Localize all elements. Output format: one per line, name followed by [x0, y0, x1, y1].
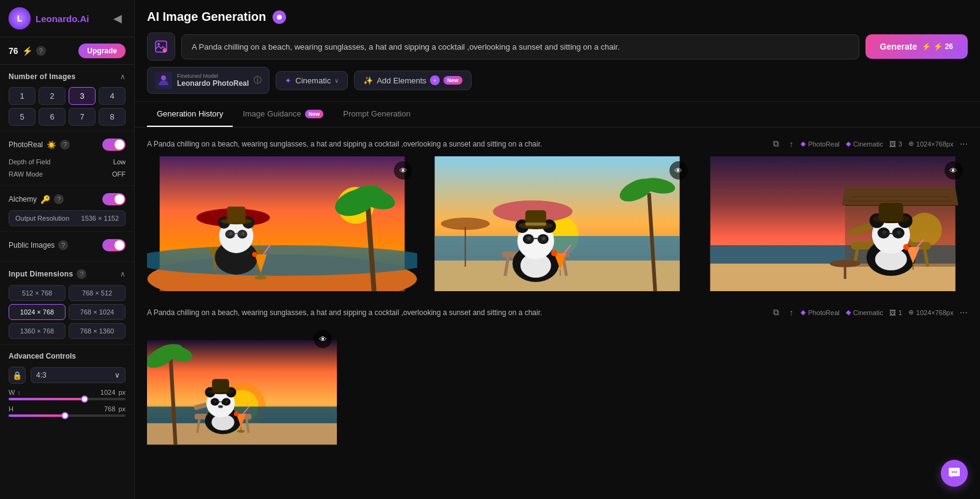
dim-768x1024[interactable]: 768 × 1024 — [69, 304, 126, 320]
meta-dimensions-2: ⊕ 1024×768px — [908, 308, 954, 316]
dim-768x1360[interactable]: 768 × 1360 — [69, 323, 126, 339]
model-info: Finetuned Model Leonardo PhotoReal — [177, 73, 249, 88]
upload-button-2[interactable]: ↑ — [786, 307, 796, 319]
link-icon: ↕ — [17, 389, 20, 396]
svg-point-34 — [252, 252, 257, 257]
aspect-ratio-select[interactable]: 4:3 ∨ — [31, 367, 126, 383]
more-options-button-1[interactable]: ··· — [960, 139, 968, 150]
number-of-images-collapse[interactable]: ∧ — [120, 72, 126, 81]
height-slider[interactable] — [9, 414, 126, 417]
svg-point-2 — [277, 15, 282, 20]
meta-style-2: ◆ Cinematic — [846, 308, 883, 316]
generate-label: Generate — [880, 42, 918, 51]
style-label: Cinematic — [295, 76, 331, 85]
beta-badge — [273, 10, 286, 24]
chevron-down-icon: ∨ — [115, 371, 120, 379]
svg-point-142 — [956, 471, 957, 473]
alchemy-help-icon[interactable]: ? — [54, 194, 64, 204]
upload-button-1[interactable]: ↑ — [786, 138, 796, 150]
add-elements-button[interactable]: ✨ Add Elements + New — [354, 70, 471, 90]
image-card-1-1[interactable]: 👁 — [147, 156, 417, 291]
alchemy-toggle[interactable] — [102, 193, 126, 205]
tab-prompt-generation[interactable]: Prompt Generation — [333, 102, 420, 127]
gen-prompt-text-2: A Panda chilling on a beach, wearing sun… — [147, 308, 766, 317]
sidebar: L Leonardo.Ai ◀ 76 ⚡ ? Upgrade Number of… — [0, 0, 135, 499]
num-btn-2[interactable]: 2 — [39, 87, 66, 105]
style-selector[interactable]: ✦ Cinematic ∨ — [276, 71, 348, 90]
width-slider[interactable] — [9, 398, 126, 400]
height-value-display: 768 px — [104, 405, 126, 413]
lock-aspect-ratio-button[interactable]: 🔒 — [9, 367, 26, 384]
more-options-button-2[interactable]: ··· — [960, 307, 968, 318]
copy-prompt-button-1[interactable]: ⧉ — [771, 137, 782, 150]
dim-1024x768[interactable]: 1024 × 768 — [9, 304, 66, 320]
svg-point-140 — [952, 471, 953, 473]
dim-768x512[interactable]: 768 × 512 — [69, 285, 126, 301]
dim-1360x768[interactable]: 1360 × 768 — [9, 323, 66, 339]
output-res-value: 1536 × 1152 — [81, 215, 119, 222]
output-resolution-box: Output Resolution 1536 × 1152 — [9, 210, 126, 226]
credits-help-icon[interactable]: ? — [36, 46, 46, 56]
height-slider-row: H 768 px — [9, 405, 126, 417]
svg-rect-96 — [878, 203, 903, 221]
gen-prompt-row-2: A Panda chilling on a beach, wearing sun… — [147, 306, 968, 319]
view-image-button-1-3[interactable]: 👁 — [944, 161, 963, 180]
svg-point-135 — [234, 411, 239, 416]
public-images-label: Public Images ? — [9, 240, 68, 250]
tab-generation-history[interactable]: Generation History — [147, 102, 233, 127]
page-title-row: AI Image Generation — [147, 10, 968, 24]
elements-label: Add Elements — [377, 76, 426, 85]
dim-512x768[interactable]: 512 × 768 — [9, 285, 66, 301]
images-meta-icon: 🖼 — [889, 140, 896, 148]
num-btn-5[interactable]: 5 — [9, 108, 36, 126]
model-selector[interactable]: Finetuned Model Leonardo PhotoReal ⓘ — [147, 67, 270, 94]
prompt-image-button[interactable]: + — [147, 32, 175, 61]
logo-text: Leonardo.Ai — [36, 13, 89, 24]
public-images-help-icon[interactable]: ? — [58, 240, 68, 250]
public-images-toggle[interactable] — [102, 239, 126, 251]
upgrade-button[interactable]: Upgrade — [78, 44, 126, 58]
image-guidance-new-badge: New — [305, 110, 324, 118]
num-btn-4[interactable]: 4 — [99, 87, 126, 105]
num-btn-1[interactable]: 1 — [9, 87, 36, 105]
gen-meta-2: ◆ PhotoReal ◆ Cinematic 🖼 1 ⊕ 1024×768px — [801, 307, 968, 318]
input-dim-help-icon[interactable]: ? — [77, 269, 86, 279]
width-label: W ↕ — [9, 389, 20, 396]
generation-block-2: A Panda chilling on a beach, wearing sun… — [147, 306, 968, 460]
images-meta-icon-2: 🖼 — [889, 309, 896, 316]
view-image-button-1-2[interactable]: 👁 — [669, 161, 688, 180]
input-dimensions-collapse[interactable]: ∧ — [120, 270, 126, 278]
copy-prompt-button-2[interactable]: ⧉ — [771, 306, 782, 319]
image-card-1-2[interactable]: 👁 — [422, 156, 692, 291]
sparkle-icon: ✨ — [363, 76, 373, 85]
image-card-1-3[interactable]: 👁 — [698, 156, 968, 291]
photoreal-toggle[interactable] — [102, 139, 126, 151]
generate-button[interactable]: Generate ⚡ ⚡ 26 — [865, 34, 968, 59]
collapse-sidebar-button[interactable]: ◀ — [110, 10, 126, 26]
model-info-button[interactable]: ⓘ — [254, 75, 262, 86]
photoreal-help-icon[interactable]: ? — [60, 140, 70, 150]
meta-style-1: ◆ Cinematic — [846, 140, 883, 148]
num-btn-3[interactable]: 3 — [69, 87, 96, 105]
image-card-2-1[interactable]: 👁 — [147, 325, 337, 460]
main-content: AI Image Generation + Generate ⚡ — [135, 0, 980, 499]
view-image-button-2-1[interactable]: 👁 — [314, 330, 332, 348]
model-thumbnail — [155, 72, 172, 89]
raw-mode-value: OFF — [112, 170, 126, 178]
images-grid-1: 👁 — [147, 156, 968, 291]
svg-point-4 — [157, 43, 160, 45]
svg-point-33 — [255, 276, 267, 280]
tab-image-guidance[interactable]: Image Guidance New — [233, 102, 333, 127]
svg-rect-27 — [238, 231, 247, 237]
svg-rect-62 — [526, 223, 546, 226]
credits-count: 76 — [9, 46, 18, 56]
prompt-input[interactable] — [181, 34, 859, 59]
num-btn-6[interactable]: 6 — [39, 108, 66, 126]
num-btn-7[interactable]: 7 — [69, 108, 96, 126]
add-elements-plus-icon: + — [430, 75, 440, 85]
chat-fab-button[interactable] — [941, 460, 968, 487]
svg-point-104 — [829, 260, 860, 267]
avatar: L — [9, 7, 31, 29]
num-btn-8[interactable]: 8 — [99, 108, 126, 126]
prompt-row: + Generate ⚡ ⚡ 26 — [147, 32, 968, 61]
